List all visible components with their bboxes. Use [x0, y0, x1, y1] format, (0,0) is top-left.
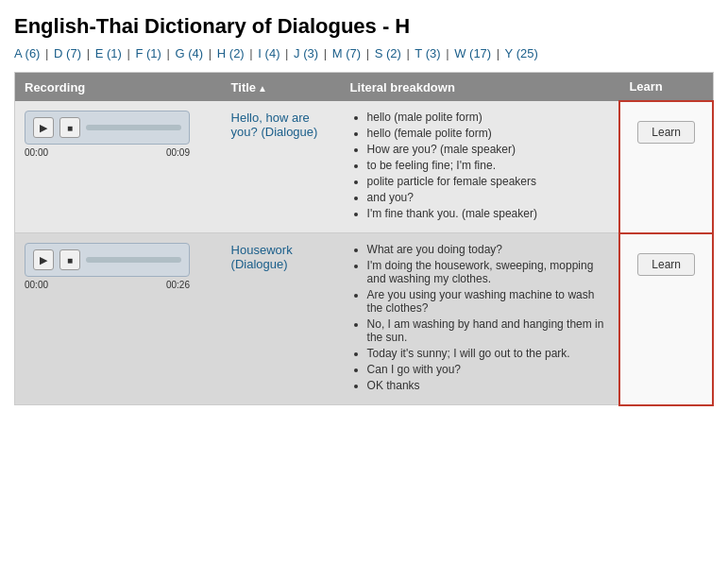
breakdown-list-2: What are you doing today? I'm doing the … [350, 243, 610, 392]
breakdown-list-1: hello (male polite form) hello (female p… [350, 111, 610, 220]
time-display-2: 00:00 00:26 [25, 280, 190, 290]
col-header-title[interactable]: Title▲ [222, 73, 341, 102]
recording-cell-2: ▶ ■ 00:00 00:26 [15, 233, 222, 405]
learn-button-1[interactable]: Learn [637, 121, 695, 144]
play-button-2[interactable]: ▶ [33, 249, 54, 270]
recording-cell-1: ▶ ■ 00:00 00:09 [15, 101, 222, 233]
list-item: I'm fine thank you. (male speaker) [367, 207, 610, 220]
dialogues-table: Recording Title▲ Literal breakdown Learn… [14, 72, 714, 406]
col-header-recording: Recording [15, 73, 222, 102]
list-item: What are you doing today? [367, 243, 610, 256]
list-item: Today it's sunny; I will go out to the p… [367, 347, 610, 360]
sort-icon: ▲ [258, 83, 267, 94]
list-item: hello (female polite form) [367, 127, 610, 140]
page-title: English-Thai Dictionary of Dialogues - H [14, 14, 714, 39]
list-item: OK thanks [367, 379, 610, 392]
nav-link-e[interactable]: E (1) [95, 46, 122, 60]
list-item: and you? [367, 191, 610, 204]
title-cell-1: Hello, how are you? (Dialogue) [222, 101, 341, 233]
nav-link-m[interactable]: M (7) [332, 46, 361, 60]
list-item: to be feeling fine; I'm fine. [367, 159, 610, 172]
audio-player-wrapper-1: ▶ ■ 00:00 00:09 [25, 111, 212, 158]
literal-cell-1: hello (male polite form) hello (female p… [341, 101, 620, 233]
progress-bar-1[interactable] [86, 125, 181, 130]
list-item: Are you using your washing machine to wa… [367, 288, 610, 315]
table-row: ▶ ■ 00:00 00:26 Housework (Dialogue) [15, 233, 714, 405]
nav-link-j[interactable]: J (3) [294, 46, 318, 60]
nav-link-s[interactable]: S (2) [375, 46, 401, 60]
learn-cell-2: Learn [619, 233, 713, 405]
list-item: hello (male polite form) [367, 111, 610, 124]
title-link-1[interactable]: Hello, how are you? (Dialogue) [231, 111, 318, 139]
stop-button-1[interactable]: ■ [59, 117, 80, 138]
nav-link-h[interactable]: H (2) [217, 46, 245, 60]
literal-cell-2: What are you doing today? I'm doing the … [341, 233, 620, 405]
title-cell-2: Housework (Dialogue) [222, 233, 341, 405]
alphabet-navigation: A (6) | D (7) | E (1) | F (1) | G (4) | … [14, 46, 714, 60]
nav-link-f[interactable]: F (1) [135, 46, 161, 60]
table-row: ▶ ■ 00:00 00:09 Hello, how are you? (Dia… [15, 101, 714, 233]
play-button-1[interactable]: ▶ [33, 117, 54, 138]
time-start-1: 00:00 [25, 147, 48, 158]
list-item: No, I am washing by hand and hanging the… [367, 317, 610, 344]
col-header-literal: Literal breakdown [341, 73, 620, 102]
nav-link-w[interactable]: W (17) [454, 46, 491, 60]
time-start-2: 00:00 [25, 280, 48, 290]
audio-player-wrapper-2: ▶ ■ 00:00 00:26 [25, 243, 212, 290]
progress-bar-2[interactable] [86, 257, 181, 263]
list-item: Can I go with you? [367, 363, 610, 376]
audio-player-1: ▶ ■ [25, 111, 190, 145]
list-item: I'm doing the housework, sweeping, moppi… [367, 259, 610, 285]
time-display-1: 00:00 00:09 [25, 147, 190, 158]
learn-cell-1: Learn [619, 101, 713, 233]
title-link-2[interactable]: Housework (Dialogue) [231, 243, 293, 271]
list-item: How are you? (male speaker) [367, 143, 610, 156]
stop-button-2[interactable]: ■ [59, 249, 80, 270]
nav-link-t[interactable]: T (3) [415, 46, 440, 60]
nav-link-g[interactable]: G (4) [176, 46, 204, 60]
nav-link-d[interactable]: D (7) [54, 46, 81, 60]
col-header-learn: Learn [619, 73, 713, 102]
nav-link-i[interactable]: I (4) [258, 46, 279, 60]
nav-link-a[interactable]: A (6) [14, 46, 40, 60]
nav-link-y[interactable]: Y (25) [505, 46, 538, 60]
audio-player-2: ▶ ■ [25, 243, 190, 277]
learn-button-2[interactable]: Learn [637, 253, 695, 276]
time-end-2: 00:26 [166, 280, 190, 290]
time-end-1: 00:09 [166, 147, 190, 158]
list-item: polite particle for female speakers [367, 175, 610, 188]
